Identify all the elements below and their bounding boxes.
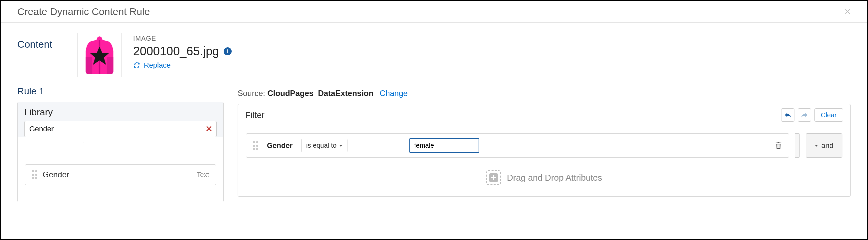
source-row: Source: CloudPages_DataExtension Change <box>238 89 851 98</box>
drag-handle-icon[interactable] <box>253 141 258 150</box>
svg-rect-2 <box>778 144 779 148</box>
replace-icon <box>133 62 141 69</box>
undo-button[interactable] <box>781 108 795 122</box>
svg-rect-1 <box>777 144 778 148</box>
svg-rect-3 <box>779 144 780 148</box>
logic-operator-label: and <box>822 141 834 150</box>
library-tab-active[interactable] <box>18 142 84 154</box>
modal-header: Create Dynamic Content Rule × <box>1 1 867 23</box>
drop-hint-text: Drag and Drop Attributes <box>507 173 602 183</box>
operator-label: is equal to <box>306 142 337 149</box>
trash-icon <box>775 141 782 149</box>
asset-type-label: IMAGE <box>133 35 231 42</box>
redo-icon <box>801 112 808 118</box>
replace-label: Replace <box>144 61 171 70</box>
delete-condition-button[interactable] <box>775 141 782 151</box>
condition-attribute: Gender <box>267 141 292 150</box>
redo-button[interactable] <box>798 108 811 122</box>
drop-target-icon <box>486 170 501 185</box>
clear-filter-button[interactable]: Clear <box>814 108 843 122</box>
content-thumbnail[interactable] <box>77 33 122 77</box>
drag-handle-icon[interactable] <box>32 170 37 179</box>
library-panel: Library ✕ Gender Text <box>17 102 224 202</box>
info-icon[interactable]: i <box>224 47 231 55</box>
group-bracket[interactable] <box>795 133 800 158</box>
condition-value-input[interactable] <box>409 138 479 153</box>
library-title: Library <box>24 107 217 118</box>
logic-operator-dropdown[interactable]: and <box>806 133 842 158</box>
content-heading: Content <box>17 33 77 77</box>
filter-condition-row: Gender is equal to <box>246 133 789 158</box>
chevron-down-icon <box>339 145 342 146</box>
filter-title: Filter <box>245 110 265 120</box>
drop-zone[interactable]: Drag and Drop Attributes <box>246 170 842 185</box>
source-name: CloudPages_DataExtension <box>267 89 373 98</box>
operator-dropdown[interactable]: is equal to <box>301 139 347 152</box>
file-info: IMAGE 2000100_65.jpg i Replace <box>133 33 231 77</box>
clear-search-icon[interactable]: ✕ <box>205 124 213 134</box>
attribute-name: Gender <box>42 170 191 179</box>
source-label: Source: <box>238 89 265 98</box>
change-source-link[interactable]: Change <box>380 89 408 98</box>
content-section: Content IMAGE 2000100_65.jpg i <box>1 23 867 77</box>
attribute-type: Text <box>197 171 209 179</box>
undo-icon <box>784 112 792 118</box>
dynamic-content-rule-modal: Create Dynamic Content Rule × Content IM… <box>0 0 868 240</box>
asset-filename-row: 2000100_65.jpg i <box>133 44 231 58</box>
asset-filename: 2000100_65.jpg <box>133 44 219 58</box>
jacket-image-icon <box>81 35 118 75</box>
modal-title: Create Dynamic Content Rule <box>17 6 150 17</box>
filter-panel: Filter Clear <box>238 104 851 197</box>
close-icon[interactable]: × <box>841 5 854 18</box>
library-tabs <box>18 142 223 154</box>
chevron-down-icon <box>815 145 818 146</box>
attribute-item[interactable]: Gender Text <box>25 164 216 185</box>
replace-button[interactable]: Replace <box>133 61 231 70</box>
library-search-input[interactable] <box>24 121 217 137</box>
